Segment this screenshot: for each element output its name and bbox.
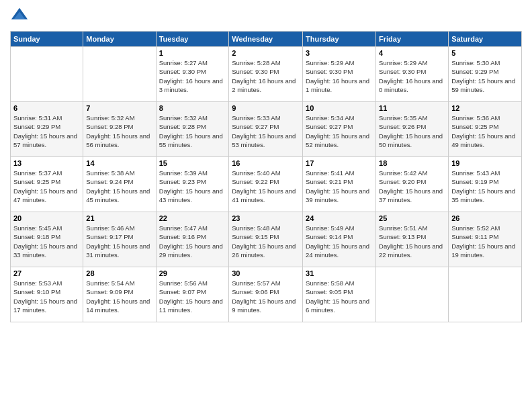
day-number: 24 xyxy=(306,214,373,222)
day-number: 28 xyxy=(86,269,152,277)
calendar-cell: 13Sunrise: 5:37 AMSunset: 9:25 PMDayligh… xyxy=(11,157,83,212)
cell-info: Sunrise: 5:39 AMSunset: 9:23 PMDaylight:… xyxy=(159,169,226,204)
cell-info: Sunrise: 5:42 AMSunset: 9:20 PMDaylight:… xyxy=(379,169,445,204)
day-number: 1 xyxy=(159,49,226,57)
logo xyxy=(10,7,32,26)
page: SundayMondayTuesdayWednesdayThursdayFrid… xyxy=(0,0,532,411)
day-number: 21 xyxy=(86,214,152,222)
cell-info: Sunrise: 5:28 AMSunset: 9:30 PMDaylight:… xyxy=(232,58,300,94)
cell-info: Sunrise: 5:48 AMSunset: 9:15 PMDaylight:… xyxy=(232,224,300,259)
day-number: 9 xyxy=(232,104,300,112)
day-number: 19 xyxy=(451,159,519,167)
calendar-cell: 27Sunrise: 5:53 AMSunset: 9:10 PMDayligh… xyxy=(11,267,83,322)
cell-info: Sunrise: 5:53 AMSunset: 9:10 PMDaylight:… xyxy=(13,279,80,314)
day-number: 2 xyxy=(232,49,300,57)
cell-info: Sunrise: 5:47 AMSunset: 9:16 PMDaylight:… xyxy=(159,224,226,259)
day-number: 31 xyxy=(306,269,373,277)
calendar-cell: 11Sunrise: 5:35 AMSunset: 9:26 PMDayligh… xyxy=(376,102,449,157)
cell-info: Sunrise: 5:40 AMSunset: 9:22 PMDaylight:… xyxy=(232,169,300,204)
cell-info: Sunrise: 5:45 AMSunset: 9:18 PMDaylight:… xyxy=(13,224,80,259)
calendar-cell: 1Sunrise: 5:27 AMSunset: 9:30 PMDaylight… xyxy=(156,47,229,102)
day-number: 25 xyxy=(379,214,445,222)
cell-info: Sunrise: 5:32 AMSunset: 9:28 PMDaylight:… xyxy=(86,113,152,149)
cell-info: Sunrise: 5:33 AMSunset: 9:27 PMDaylight:… xyxy=(232,113,300,149)
cell-info: Sunrise: 5:57 AMSunset: 9:06 PMDaylight:… xyxy=(232,279,300,314)
calendar-cell: 29Sunrise: 5:56 AMSunset: 9:07 PMDayligh… xyxy=(156,267,229,322)
day-number: 7 xyxy=(86,104,152,112)
calendar-cell: 25Sunrise: 5:51 AMSunset: 9:13 PMDayligh… xyxy=(376,212,449,267)
calendar-cell: 4Sunrise: 5:29 AMSunset: 9:30 PMDaylight… xyxy=(376,47,449,102)
logo-icon xyxy=(10,7,29,26)
calendar-cell: 2Sunrise: 5:28 AMSunset: 9:30 PMDaylight… xyxy=(229,47,303,102)
calendar-cell: 16Sunrise: 5:40 AMSunset: 9:22 PMDayligh… xyxy=(229,157,303,212)
cell-info: Sunrise: 5:58 AMSunset: 9:05 PMDaylight:… xyxy=(306,279,373,314)
day-number: 15 xyxy=(159,159,226,167)
day-number: 5 xyxy=(451,49,519,57)
day-number: 10 xyxy=(306,104,373,112)
calendar-cell: 6Sunrise: 5:31 AMSunset: 9:29 PMDaylight… xyxy=(11,102,83,157)
day-number: 12 xyxy=(451,104,519,112)
cell-info: Sunrise: 5:46 AMSunset: 9:17 PMDaylight:… xyxy=(86,224,152,259)
day-number: 20 xyxy=(13,214,80,222)
week-row: 13Sunrise: 5:37 AMSunset: 9:25 PMDayligh… xyxy=(11,157,522,212)
day-number: 26 xyxy=(451,214,519,222)
calendar-cell: 31Sunrise: 5:58 AMSunset: 9:05 PMDayligh… xyxy=(303,267,376,322)
day-number: 30 xyxy=(232,269,300,277)
cell-info: Sunrise: 5:41 AMSunset: 9:21 PMDaylight:… xyxy=(306,169,373,204)
calendar-cell: 20Sunrise: 5:45 AMSunset: 9:18 PMDayligh… xyxy=(11,212,83,267)
calendar-cell xyxy=(83,47,156,102)
calendar-cell: 17Sunrise: 5:41 AMSunset: 9:21 PMDayligh… xyxy=(303,157,376,212)
cell-info: Sunrise: 5:49 AMSunset: 9:14 PMDaylight:… xyxy=(306,224,373,259)
day-number: 8 xyxy=(159,104,226,112)
week-row: 20Sunrise: 5:45 AMSunset: 9:18 PMDayligh… xyxy=(11,212,522,267)
day-number: 13 xyxy=(13,159,80,167)
day-number: 14 xyxy=(86,159,152,167)
day-number: 3 xyxy=(306,49,373,57)
day-number: 17 xyxy=(306,159,373,167)
cell-info: Sunrise: 5:29 AMSunset: 9:30 PMDaylight:… xyxy=(379,58,445,94)
calendar-cell xyxy=(11,47,83,102)
week-row: 6Sunrise: 5:31 AMSunset: 9:29 PMDaylight… xyxy=(11,102,522,157)
header xyxy=(10,7,522,26)
calendar-cell xyxy=(376,267,449,322)
header-wednesday: Wednesday xyxy=(229,32,303,47)
day-number: 4 xyxy=(379,49,445,57)
calendar-cell: 23Sunrise: 5:48 AMSunset: 9:15 PMDayligh… xyxy=(229,212,303,267)
calendar-cell: 15Sunrise: 5:39 AMSunset: 9:23 PMDayligh… xyxy=(156,157,229,212)
calendar-cell: 30Sunrise: 5:57 AMSunset: 9:06 PMDayligh… xyxy=(229,267,303,322)
cell-info: Sunrise: 5:37 AMSunset: 9:25 PMDaylight:… xyxy=(13,169,80,204)
cell-info: Sunrise: 5:43 AMSunset: 9:19 PMDaylight:… xyxy=(451,169,519,204)
cell-info: Sunrise: 5:35 AMSunset: 9:26 PMDaylight:… xyxy=(379,113,445,149)
day-number: 27 xyxy=(13,269,80,277)
cell-info: Sunrise: 5:31 AMSunset: 9:29 PMDaylight:… xyxy=(13,113,80,149)
cell-info: Sunrise: 5:56 AMSunset: 9:07 PMDaylight:… xyxy=(159,279,226,314)
calendar-cell: 14Sunrise: 5:38 AMSunset: 9:24 PMDayligh… xyxy=(83,157,156,212)
day-number: 23 xyxy=(232,214,300,222)
day-number: 6 xyxy=(13,104,80,112)
cell-info: Sunrise: 5:29 AMSunset: 9:30 PMDaylight:… xyxy=(306,58,373,94)
calendar-cell: 10Sunrise: 5:34 AMSunset: 9:27 PMDayligh… xyxy=(303,102,376,157)
cell-info: Sunrise: 5:51 AMSunset: 9:13 PMDaylight:… xyxy=(379,224,445,259)
header-saturday: Saturday xyxy=(449,32,522,47)
week-row: 1Sunrise: 5:27 AMSunset: 9:30 PMDaylight… xyxy=(11,47,522,102)
calendar-cell: 12Sunrise: 5:36 AMSunset: 9:25 PMDayligh… xyxy=(449,102,522,157)
header-monday: Monday xyxy=(83,32,156,47)
calendar-cell: 24Sunrise: 5:49 AMSunset: 9:14 PMDayligh… xyxy=(303,212,376,267)
week-row: 27Sunrise: 5:53 AMSunset: 9:10 PMDayligh… xyxy=(11,267,522,322)
cell-info: Sunrise: 5:32 AMSunset: 9:28 PMDaylight:… xyxy=(159,113,226,149)
header-thursday: Thursday xyxy=(303,32,376,47)
cell-info: Sunrise: 5:27 AMSunset: 9:30 PMDaylight:… xyxy=(159,58,226,94)
cell-info: Sunrise: 5:36 AMSunset: 9:25 PMDaylight:… xyxy=(451,113,519,149)
calendar-cell xyxy=(449,267,522,322)
cell-info: Sunrise: 5:54 AMSunset: 9:09 PMDaylight:… xyxy=(86,279,152,314)
day-number: 16 xyxy=(232,159,300,167)
calendar-cell: 28Sunrise: 5:54 AMSunset: 9:09 PMDayligh… xyxy=(83,267,156,322)
calendar-cell: 8Sunrise: 5:32 AMSunset: 9:28 PMDaylight… xyxy=(156,102,229,157)
cell-info: Sunrise: 5:34 AMSunset: 9:27 PMDaylight:… xyxy=(306,113,373,149)
calendar-cell: 19Sunrise: 5:43 AMSunset: 9:19 PMDayligh… xyxy=(449,157,522,212)
calendar-cell: 7Sunrise: 5:32 AMSunset: 9:28 PMDaylight… xyxy=(83,102,156,157)
day-number: 29 xyxy=(159,269,226,277)
cell-info: Sunrise: 5:52 AMSunset: 9:11 PMDaylight:… xyxy=(451,224,519,259)
cell-info: Sunrise: 5:38 AMSunset: 9:24 PMDaylight:… xyxy=(86,169,152,204)
calendar-cell: 18Sunrise: 5:42 AMSunset: 9:20 PMDayligh… xyxy=(376,157,449,212)
